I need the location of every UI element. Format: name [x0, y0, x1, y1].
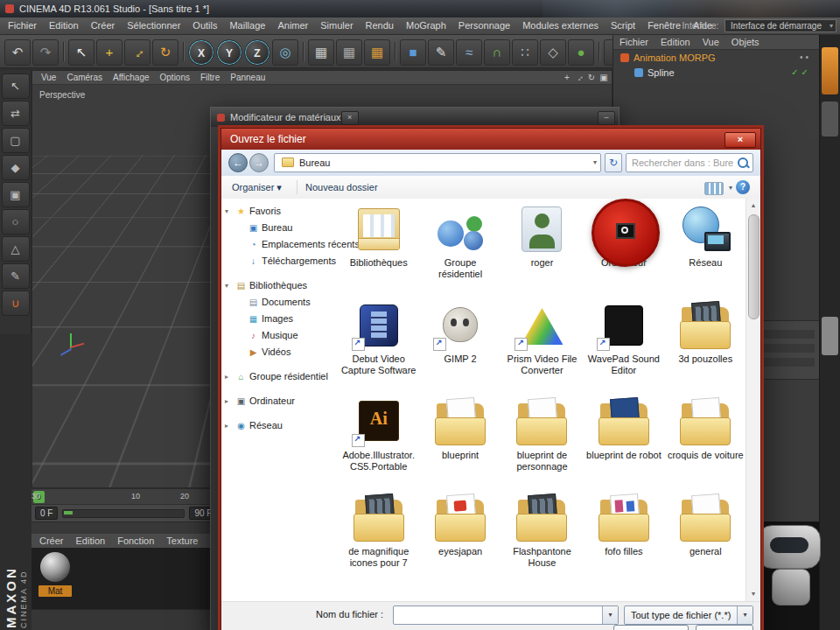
workplane-icon[interactable]: ✎ [2, 263, 30, 289]
sidebar-item[interactable]: Bureau [221, 220, 337, 236]
magnet-icon[interactable]: ∪ [2, 290, 30, 316]
rotate-tool-icon[interactable]: ↻ [152, 39, 178, 66]
separator[interactable] [60, 39, 66, 64]
points-mode-icon[interactable]: ▢ [2, 128, 30, 153]
scrollbar-thumb[interactable] [748, 214, 760, 319]
expander-icon[interactable]: ▾ [225, 203, 234, 220]
file-item[interactable]: blueprint de personnage [502, 396, 582, 492]
scroll-up-icon[interactable]: ▲ [746, 199, 760, 213]
array-icon[interactable]: ∷ [512, 39, 538, 66]
expander-icon[interactable]: ▸ [225, 393, 234, 410]
filename-input[interactable] [394, 606, 618, 624]
material-modifier-titlebar[interactable]: Modificateur de matériaux –□× [211, 108, 619, 127]
move-tool-icon[interactable]: + [96, 39, 122, 66]
file-item[interactable]: Ordinateur [584, 203, 663, 299]
sidebar-item[interactable]: Images [221, 311, 337, 327]
separator[interactable] [596, 39, 602, 64]
material-name[interactable]: Mat [38, 585, 72, 597]
file-item[interactable]: Adobe.Illustrator. CS5.Portable [339, 396, 418, 492]
object-menu-item[interactable]: Vue [696, 35, 725, 49]
render-view-icon[interactable]: ▦ [308, 39, 334, 66]
object-row[interactable]: Animation MORPG •• [613, 50, 820, 65]
material-menu-item[interactable]: Créer [33, 534, 70, 548]
menu-item[interactable]: Maillage [223, 18, 271, 34]
frame-slider[interactable] [62, 509, 185, 518]
sidebar-item[interactable]: Musique [221, 327, 337, 344]
menu-item[interactable]: Script [605, 18, 641, 34]
file-item[interactable]: blueprint [420, 396, 500, 492]
file-item[interactable]: croquis de voiture [666, 396, 746, 492]
pan-view-icon[interactable]: + [561, 71, 573, 84]
menu-item[interactable]: Sélectionner [121, 18, 186, 34]
object-menu-item[interactable]: Fichier [613, 35, 654, 49]
undo-icon[interactable]: ↶ [4, 39, 31, 66]
instance-icon[interactable]: ◇ [540, 39, 566, 66]
file-item[interactable]: de magnifique icones pour 7 [339, 492, 418, 588]
search-box[interactable] [626, 153, 753, 172]
menu-item[interactable]: Fichier [2, 18, 43, 34]
menu-item[interactable]: Personnage [452, 18, 516, 34]
file-item[interactable]: 3d pouzolles [666, 299, 746, 396]
file-item[interactable]: Groupe résidentiel [420, 203, 500, 299]
spline-icon[interactable]: ≈ [456, 39, 482, 66]
add-cube-icon[interactable]: ■ [400, 39, 426, 66]
viewport-menu-item[interactable]: Vue [36, 71, 61, 84]
material-menu-item[interactable]: Edition [70, 534, 112, 548]
sidebar-item[interactable]: Téléchargements [221, 253, 337, 270]
object-menu-item[interactable]: Edition [654, 35, 696, 49]
object-row[interactable]: Spline ✓✓ [613, 65, 820, 80]
filetype-dropdown-icon[interactable]: ▾ [737, 606, 752, 624]
cancel-button[interactable]: Annuler [696, 625, 753, 630]
menu-item[interactable]: Animer [271, 18, 314, 34]
sidebar-item[interactable]: ▸ Ordinateur [221, 393, 337, 410]
texture-mode-icon[interactable]: △ [2, 236, 30, 262]
material-menu-item[interactable]: Fonction [111, 534, 160, 548]
interface-dropdown[interactable]: Interface de démarrage [724, 19, 836, 32]
rotate-view-icon[interactable]: ↻ [585, 71, 598, 84]
separator[interactable] [392, 39, 398, 64]
window-control-button[interactable]: × [341, 111, 359, 125]
selection-tool-icon[interactable]: ↖ [2, 74, 30, 99]
object-menu-item[interactable]: Objets [725, 35, 766, 49]
viewport-menu-item[interactable]: Options [155, 71, 195, 84]
zoom-view-icon[interactable]: ↔ [573, 71, 585, 84]
coordinate-system-icon[interactable]: ◎ [272, 39, 298, 66]
organize-button[interactable]: Organiser ▾ [232, 176, 282, 199]
scroll-down-icon[interactable]: ▼ [746, 587, 760, 601]
menu-item[interactable]: Rendu [360, 18, 400, 34]
viewport-menu-item[interactable]: Panneau [225, 71, 270, 84]
viewport-camera-label[interactable]: Perspective [39, 90, 85, 100]
viewport-menu-item[interactable]: Affichage [108, 71, 155, 84]
view-options-icon[interactable]: ▾ [704, 182, 724, 195]
forward-button[interactable]: → [249, 153, 269, 172]
sidebar-item[interactable]: Vidéos [221, 344, 337, 360]
file-item[interactable]: Debut Video Capture Software [339, 299, 418, 396]
x-axis-lock-icon[interactable]: X [188, 39, 214, 66]
nurbs-icon[interactable]: ∩ [484, 39, 510, 66]
address-dropdown-icon[interactable]: ▾ [593, 154, 597, 172]
file-item[interactable]: Flashpantone House [502, 492, 582, 588]
menu-item[interactable]: Fenêtre [641, 18, 687, 34]
redo-icon[interactable]: ↷ [32, 39, 59, 66]
window-control-button[interactable]: – [598, 111, 615, 125]
z-axis-lock-icon[interactable]: Z [244, 39, 270, 66]
sidebar-item[interactable]: Documents [221, 294, 337, 311]
filename-combobox[interactable]: ▾ [393, 606, 619, 625]
material-menu-item[interactable]: Texture [160, 534, 204, 548]
address-bar[interactable]: Bureau ▾ [274, 153, 601, 172]
filetype-select[interactable]: Tout type de fichier (*.*) ▾ [624, 606, 753, 625]
file-item[interactable]: fofo filles [584, 492, 663, 588]
expander-icon[interactable]: ▸ [225, 417, 234, 434]
deformer-icon[interactable]: ● [568, 39, 594, 66]
new-folder-button[interactable]: Nouveau dossier [305, 176, 378, 199]
object-toggles[interactable]: •• [800, 52, 811, 62]
file-item[interactable]: roger [502, 203, 582, 299]
pen-spline-icon[interactable]: ✎ [428, 39, 454, 66]
object-toggles[interactable]: ✓✓ [791, 67, 811, 77]
sidebar-item[interactable]: ▸ Groupe résidentiel [221, 368, 337, 385]
viewport-menu-item[interactable]: Filtre [195, 71, 225, 84]
file-item[interactable]: Prism Video File Converter [502, 299, 582, 396]
dock-tab-lower[interactable] [822, 317, 838, 355]
menu-item[interactable]: MoGraph [400, 18, 452, 34]
sidebar-item[interactable]: ▾ Favoris [221, 203, 337, 220]
